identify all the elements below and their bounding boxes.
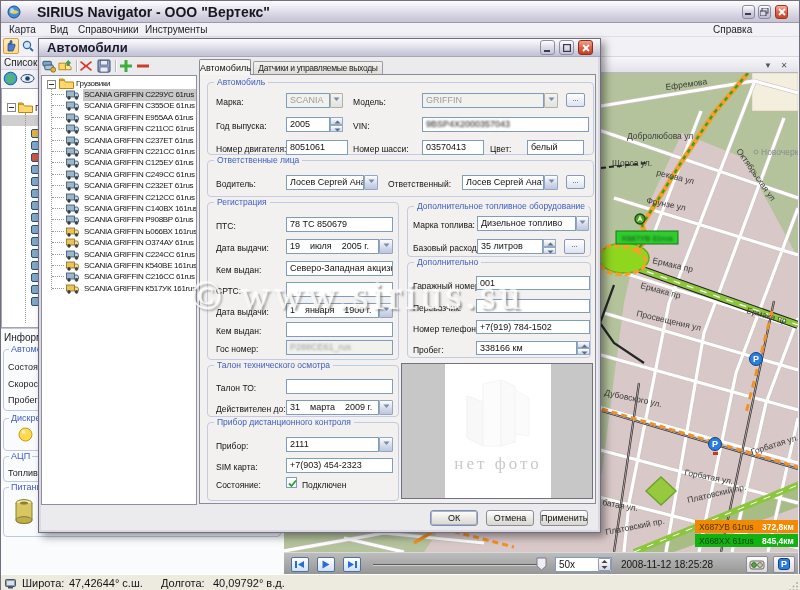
model-dropdown[interactable] — [544, 93, 558, 108]
valid-field[interactable]: 31 марта 2009 г. — [286, 400, 379, 415]
zoom-tool-button[interactable] — [20, 38, 36, 54]
device-dropdown[interactable] — [379, 437, 393, 452]
dialog-tree[interactable]: Грузовики SCANIA GRIFFIN С229УС 61rus SC… — [41, 75, 197, 505]
engine-field[interactable]: 8051061 — [286, 140, 348, 155]
tree-item-vehicle[interactable]: SCANIA GRIFFIN О374АУ 61rus — [42, 237, 197, 249]
apply-button[interactable]: Применить — [540, 510, 588, 526]
tree-item-vehicle[interactable]: SCANIA GRIFFIN С229УС 61rus — [42, 89, 197, 101]
tab-vehicle[interactable]: Автомобиль — [199, 59, 251, 75]
parking-layer-button[interactable]: P — [773, 556, 795, 573]
menu-vid[interactable]: Вид — [50, 24, 68, 35]
year-field[interactable]: 2005 — [286, 117, 330, 132]
tree-item-vehicle[interactable]: SCANIA GRIFFIN К540ВЕ 161rus — [42, 260, 197, 272]
carrier-field[interactable] — [476, 299, 590, 313]
tree-item-vehicle[interactable]: SCANIA GRIFFIN С140ВХ 161rus — [42, 203, 197, 215]
tree-item-vehicle[interactable]: SCANIA GRIFFIN Е955АА 61rus — [42, 112, 197, 124]
tree-item-vehicle[interactable]: SCANIA GRIFFIN Ь066ВХ 161rus — [42, 226, 197, 238]
speed-spinner[interactable] — [598, 558, 611, 571]
tree-item-vehicle[interactable]: SCANIA GRIFFIN С221СС 61rus — [42, 146, 197, 158]
menu-spravochniki[interactable]: Справочники — [78, 24, 139, 35]
ok-button[interactable]: ОК — [430, 510, 478, 526]
cancel-button[interactable]: Отмена — [486, 510, 534, 526]
pan-tool-button[interactable] — [3, 38, 19, 54]
menu-instrumenty[interactable]: Инструменты — [145, 24, 207, 35]
tree-item-vehicle[interactable]: SCANIA GRIFFIN С212СС 61rus — [42, 192, 197, 204]
date2-dropdown[interactable] — [379, 303, 393, 318]
playback-slider-track[interactable] — [373, 564, 546, 565]
skip-forward-button[interactable] — [343, 557, 361, 572]
play-button[interactable] — [317, 557, 335, 572]
tree-item-vehicle[interactable]: SCANIA GRIFFIN С211СС 61rus — [42, 123, 197, 135]
vin-field[interactable]: 9ВSР4Х2000357043 — [422, 117, 589, 132]
tree-item-vehicle[interactable]: SCANIA GRIFFIN К517УК 161rus — [42, 283, 197, 295]
globe-icon[interactable] — [3, 71, 18, 86]
issued1-field[interactable]: Северо-Западная акцизная т — [286, 261, 393, 276]
gos-field[interactable]: Р288СЕ61_rus — [286, 340, 393, 355]
tree-item-vehicle[interactable]: SCANIA GRIFFIN С249СС 61rus — [42, 169, 197, 181]
tree-item-vehicle[interactable]: SCANIA GRIFFIN С355ОЕ 61rus — [42, 100, 197, 112]
phone-field[interactable]: +7(919) 784-1502 — [476, 320, 590, 334]
skip-back-button[interactable] — [291, 557, 309, 572]
date2-field[interactable]: 1 января 1900 г. — [286, 303, 379, 318]
marka-dropdown[interactable] — [330, 93, 343, 108]
resp-field[interactable]: Лосев Сергей Анатоль — [462, 175, 544, 190]
remove-sensor-icon[interactable] — [136, 59, 150, 73]
map-vehicle-marker[interactable] — [635, 214, 645, 224]
driver-field[interactable]: Лосев Сергей Анатоль — [286, 175, 364, 190]
tree-item-vehicle[interactable]: SCANIA GRIFFIN С232ЕТ 61rus — [42, 180, 197, 192]
tab-sensors[interactable]: Датчики и управляемые выходы — [253, 61, 383, 75]
minimize-button[interactable] — [742, 5, 755, 19]
valid-dropdown[interactable] — [379, 400, 393, 415]
pts-field[interactable]: 78 ТС 850679 — [286, 217, 393, 232]
date1-field[interactable]: 19 июля 2005 г. — [286, 239, 379, 254]
fuel-field[interactable]: Дизельное топливо — [477, 216, 576, 231]
close-button[interactable] — [775, 5, 788, 19]
srts-field[interactable] — [286, 282, 393, 297]
model-browse-button[interactable]: ... — [566, 93, 585, 107]
collapse-panel-icon[interactable]: ▼ — [762, 60, 774, 71]
rate-browse-button[interactable]: ... — [564, 239, 585, 254]
resp-dropdown[interactable] — [544, 175, 558, 190]
tree-item-vehicle[interactable]: SCANIA GRIFFIN Р908ВР 61rus — [42, 214, 197, 226]
mileage-field[interactable]: 338166 км — [476, 341, 577, 355]
issued2-field[interactable] — [286, 322, 393, 337]
talon-field[interactable] — [286, 379, 393, 394]
sim-field[interactable]: +7(903) 454-2323 — [286, 458, 393, 473]
tree-item-vehicle[interactable]: SCANIA GRIFFIN С125ЕУ 61rus — [42, 157, 197, 169]
dialog-close-button[interactable] — [578, 40, 593, 55]
chassis-field[interactable]: 03570413 — [422, 140, 484, 155]
add-group-icon[interactable] — [42, 59, 56, 73]
rate-field[interactable]: 35 литров — [477, 239, 543, 254]
year-spinner[interactable] — [330, 117, 343, 132]
resp-browse-button[interactable]: ... — [566, 175, 585, 189]
add-sensor-icon[interactable] — [119, 59, 133, 73]
menu-karta[interactable]: Карта — [9, 24, 36, 35]
menu-spravka[interactable]: Справка — [713, 24, 752, 35]
dialog-minimize-button[interactable] — [540, 40, 555, 55]
collapse-icon[interactable] — [7, 103, 16, 112]
rate-spinner[interactable] — [543, 239, 556, 254]
playback-slider-thumb[interactable] — [536, 557, 547, 571]
map-parking-icon-1[interactable]: P — [750, 353, 763, 366]
resize-grip[interactable] — [789, 581, 799, 590]
garage-field[interactable]: 001 — [476, 276, 590, 290]
mileage-spinner[interactable] — [577, 341, 590, 355]
color-field[interactable]: белый — [527, 140, 584, 155]
dialog-tree-root-label[interactable]: Грузовики — [76, 79, 110, 88]
delete-icon[interactable] — [79, 59, 93, 73]
driver-dropdown[interactable] — [364, 175, 378, 190]
date1-dropdown[interactable] — [379, 239, 393, 254]
add-vehicle-icon[interactable] — [58, 59, 72, 73]
connected-checkbox[interactable] — [286, 477, 297, 488]
track-layer-button[interactable] — [746, 556, 768, 573]
save-icon[interactable] — [97, 59, 111, 73]
fuel-dropdown[interactable] — [576, 216, 589, 231]
device-field[interactable]: 2111 — [286, 437, 379, 452]
eye-icon[interactable] — [20, 71, 35, 86]
close-panel-icon[interactable]: ✕ — [778, 60, 790, 71]
tree-item-vehicle[interactable]: SCANIA GRIFFIN С216СС 61rus — [42, 271, 197, 283]
dialog-maximize-button[interactable] — [559, 40, 574, 55]
marka-field[interactable]: SCANIA — [286, 93, 330, 108]
tree-item-vehicle[interactable]: SCANIA GRIFFIN С237ЕТ 61rus — [42, 135, 197, 147]
model-field[interactable]: GRIFFIN — [422, 93, 544, 108]
